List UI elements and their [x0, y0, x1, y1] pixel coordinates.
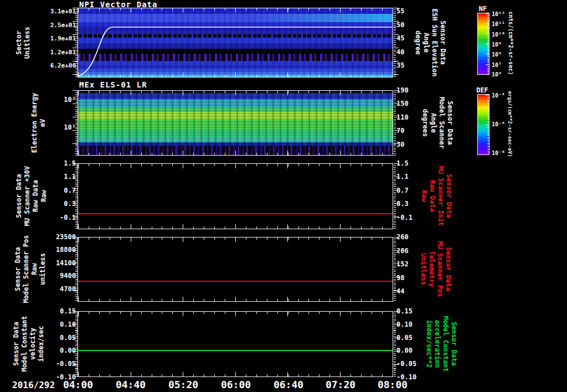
y-tick-label: 150 — [396, 100, 409, 107]
y-tick-label: 9400 — [60, 272, 76, 280]
y-tick-label: 2.5e+01 — [50, 21, 76, 28]
colorbar-tick-label: 10⁻⁸ — [492, 150, 505, 156]
y-tick-label: 30 — [396, 141, 404, 148]
y-tick-label: 0.15 — [396, 307, 413, 315]
y-tick-label: 0.05 — [60, 334, 76, 342]
y-tick-label: 45 — [396, 34, 404, 42]
y-tick-label: 10¹ — [64, 123, 76, 131]
y-tick-label: 50 — [396, 21, 404, 29]
panel1-right-axis-title: Sensor Data ESH Sun Elevation Angle degr… — [414, 9, 447, 77]
panel1-left-axis-title: Sector Unitless — [15, 27, 32, 59]
panel4-annotations: 23500 18800 14100 9400 4700 260 206 152 … — [0, 237, 567, 302]
y-tick-label: 0.05 — [396, 334, 413, 342]
colorbar-def-name: DEF — [476, 86, 489, 94]
y-tick-label: -0.05 — [56, 360, 76, 368]
y-tick-label: 0.10 — [396, 321, 413, 328]
y-tick-label: 0.7 — [396, 187, 409, 194]
x-tick-label: 05:20 — [168, 379, 198, 390]
colorbar-tick-label: 10⁹ — [492, 42, 502, 48]
y-tick-label: 70 — [396, 127, 404, 135]
panel4-left-axis-title: Sensor Data Model Scanner Pos Raw unitle… — [14, 235, 47, 303]
colorbar-def-units: ergs/(cm**2-sr-sec-eV) — [507, 91, 513, 157]
y-tick-label: -0.1 — [396, 214, 413, 221]
y-tick-label: 14100 — [56, 259, 76, 267]
y-tick-label: 152 — [396, 260, 409, 268]
y-tick-label: 1.1 — [64, 173, 76, 180]
y-tick-label: 35 — [396, 61, 404, 69]
colorbar-tick-label: 10¹⁰ — [492, 31, 505, 37]
x-tick-label: 08:00 — [378, 379, 408, 390]
y-tick-label: 0.10 — [60, 321, 76, 328]
y-tick-label: 1.2e+01 — [50, 49, 76, 56]
x-tick-label: 04:40 — [116, 379, 146, 390]
panel5-annotations: 0.15 0.10 0.05 0.00 -0.05 -0.10 0.15 0.1… — [0, 311, 567, 377]
colorbar-def-ticks — [486, 95, 489, 154]
y-tick-label: 0.3 — [64, 200, 76, 208]
panel5-right-axis-title: Sensor Data Model Constant acceleration … — [425, 316, 458, 372]
y-tick-label: 10² — [64, 96, 76, 104]
colorbar-tick-label: 10⁷ — [492, 61, 502, 68]
colorbar-tick-label: 10¹¹ — [492, 21, 505, 27]
x-tick-label: 07:20 — [326, 379, 355, 390]
colorbar-def — [477, 94, 489, 155]
plot-canvas: NPI Vector Data 3.1e+01 2.5e+01 1.9e+01 … — [0, 0, 567, 392]
colorbar-tick-label: 10⁻⁶ — [492, 121, 505, 127]
y-tick-label: 190 — [396, 86, 409, 94]
colorbar-nf — [477, 13, 489, 75]
y-tick-label: -0.05 — [396, 360, 416, 368]
y-tick-label: 0.00 — [60, 347, 76, 354]
panel2-left-axis-title: Electron Energy eV — [30, 93, 47, 153]
colorbar-nf-units: cnts/(cm**2-sr-sec) — [508, 12, 514, 75]
y-tick-label: 55 — [396, 7, 404, 15]
y-tick-label: 0.3 — [396, 200, 409, 208]
colorbar-tick-label: 10⁸ — [492, 51, 502, 58]
y-tick-label: 1.5 — [396, 159, 409, 167]
panel2-title: MEx ELS-01 LR — [79, 80, 147, 89]
y-tick-label: 40 — [396, 48, 404, 56]
x-axis-date-label: 2016/292 — [12, 380, 55, 390]
y-tick-label: 44 — [396, 287, 404, 295]
x-tick-label: 06:00 — [221, 379, 251, 390]
y-tick-label: 1.5 — [64, 159, 76, 167]
y-tick-label: 4700 — [60, 285, 76, 293]
panel3-right-axis-title: Sensor Data MU Scanner Init Raw Data Raw — [420, 166, 453, 226]
panel4-right-axis-title: Sensor Data MU Scanner Pos Telemetry Uni… — [419, 241, 452, 297]
y-tick-label: 1.1 — [396, 173, 409, 180]
y-tick-label: 0.7 — [64, 187, 76, 194]
y-tick-label: 23500 — [56, 233, 76, 241]
colorbar-tick-label: 10⁻⁴ — [492, 92, 505, 99]
y-tick-label: 260 — [396, 233, 409, 241]
colorbar-tick-label: 10¹² — [492, 11, 505, 17]
panel3-annotations: 1.5 1.1 0.7 0.3 -0.1 1.5 1.1 0.7 0.3 -0.… — [0, 163, 567, 229]
y-tick-label: 18800 — [56, 246, 76, 254]
panel5-left-axis-title: Sensor Data Model Constant velocity inde… — [12, 316, 45, 372]
x-tick-label: 06:40 — [274, 379, 303, 390]
y-tick-label: 206 — [396, 247, 409, 255]
colorbar-tick-label: 10⁶ — [492, 71, 502, 78]
y-tick-label: 6.2e+00 — [50, 61, 76, 69]
panel2-right-axis-title: Sensor Data Model Scanner Angle degrees — [421, 97, 454, 149]
y-tick-label: 0.00 — [396, 347, 413, 354]
x-tick-label: 04:00 — [63, 379, 93, 390]
y-tick-label: 3.1e+01 — [50, 8, 76, 15]
y-tick-label: 110 — [396, 114, 409, 121]
panel3-left-axis-title: Sensor Data MU Scanner +30V Raw Data Raw — [15, 166, 48, 226]
colorbar-nf-ticks — [486, 13, 489, 74]
y-tick-label: 1.9e+01 — [50, 35, 76, 42]
y-tick-label: 0.15 — [60, 307, 76, 315]
y-tick-label: -0.1 — [60, 214, 76, 221]
y-tick-label: 98 — [396, 274, 404, 282]
colorbar-nf-name: NF — [476, 5, 489, 13]
